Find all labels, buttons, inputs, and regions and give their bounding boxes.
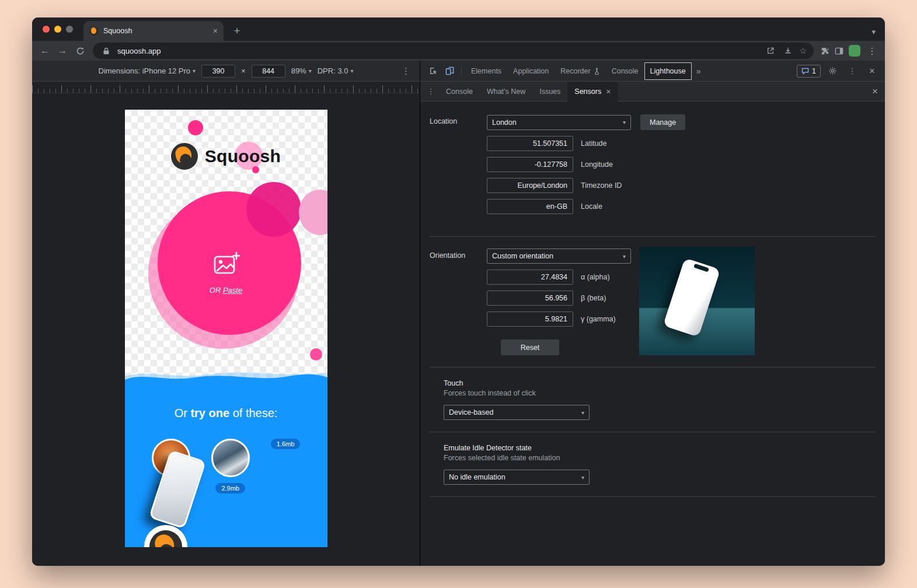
file-size-badge: 2.9mb — [215, 483, 245, 494]
extensions-puzzle-icon[interactable] — [818, 44, 831, 57]
pink-dot-decoration — [188, 120, 203, 135]
device-toolbar-kebab-icon[interactable]: ⋮ — [402, 66, 410, 76]
divider — [430, 367, 876, 368]
new-tab-button[interactable]: + — [229, 24, 245, 37]
squoosh-logo-text: Squoosh — [205, 146, 281, 166]
squoosh-logo: Squoosh — [125, 142, 327, 171]
back-icon[interactable]: ← — [37, 43, 53, 59]
demo-thumb-phone[interactable]: 1.6mb — [271, 439, 301, 494]
tab-label: Elements — [471, 67, 501, 75]
viewport-width-input[interactable] — [201, 65, 235, 78]
device-dimensions-dropdown[interactable]: Dimensions: iPhone 12 Pro ▾ — [99, 66, 196, 75]
demo-thumb-artist[interactable]: 2.9mb — [211, 439, 250, 494]
more-tabs-icon[interactable]: » — [692, 66, 706, 76]
file-size-badge: 1.6mb — [271, 439, 301, 449]
manage-button[interactable]: Manage — [640, 114, 685, 130]
or-label: OR — [210, 286, 223, 295]
close-sensors-tab-icon[interactable]: × — [606, 88, 611, 96]
minimize-window-button[interactable] — [54, 26, 61, 33]
tab-search-icon[interactable]: ▾ — [871, 27, 876, 36]
settings-gear-icon[interactable] — [824, 63, 841, 79]
tab-lighthouse[interactable]: Lighthouse — [644, 62, 692, 80]
chevron-down-icon: ▾ — [581, 474, 584, 481]
alpha-input[interactable] — [487, 270, 573, 285]
drawer-tab-console[interactable]: Console — [439, 82, 480, 102]
artist-image[interactable] — [211, 439, 250, 477]
tab-recorder[interactable]: Recorder — [555, 61, 605, 82]
viewport-height-input[interactable] — [252, 65, 285, 78]
close-devtools-icon[interactable]: × — [864, 63, 880, 79]
inspect-element-icon[interactable] — [425, 63, 441, 79]
drawer-kebab-icon[interactable]: ⋮ — [423, 83, 439, 100]
divider — [430, 236, 876, 237]
squoosh-logo-icon — [171, 143, 198, 170]
close-icon: × — [872, 86, 878, 97]
device-emulation-pane: Dimensions: iPhone 12 Pro ▾ × 89% ▾ DPR:… — [32, 61, 420, 566]
devtools-menu-kebab-icon[interactable]: ⋮ — [844, 63, 860, 79]
device-toolbar-toggle-icon[interactable] — [441, 63, 458, 79]
tab-label: Recorder — [560, 67, 590, 75]
install-app-icon[interactable] — [782, 44, 794, 57]
beta-input[interactable] — [487, 290, 573, 306]
beta-label: β (beta) — [581, 294, 606, 302]
add-image-icon[interactable] — [213, 251, 240, 277]
viewport-stage: Squoosh — [32, 93, 420, 566]
location-section: Location London ▾ Manage Latitude — [430, 114, 876, 214]
orientation-label: Orientation — [430, 249, 487, 355]
locale-input[interactable] — [487, 199, 573, 214]
drawer-tab-sensors[interactable]: Sensors × — [567, 82, 618, 102]
browser-tab[interactable]: Squoosh × — [83, 21, 224, 41]
squoosh-favicon-icon — [89, 26, 99, 36]
dpr-dropdown[interactable]: DPR: 3.0 ▾ — [318, 66, 354, 75]
tab-elements[interactable]: Elements — [465, 61, 507, 82]
drawer-tab-whats-new[interactable]: What's New — [480, 82, 532, 102]
touch-section: Touch Forces touch instead of click Devi… — [444, 379, 876, 420]
close-window-button[interactable] — [43, 26, 50, 33]
idle-select[interactable]: No idle emulation ▾ — [444, 470, 590, 485]
reload-icon[interactable] — [72, 43, 88, 59]
latitude-label: Latitude — [581, 139, 606, 148]
touch-description: Forces touch instead of click — [444, 389, 876, 397]
bookmark-star-icon[interactable]: ☆ — [799, 46, 807, 55]
latitude-input[interactable] — [487, 136, 573, 151]
logo-pink-dot — [252, 166, 259, 173]
phone-3d-model[interactable] — [663, 258, 721, 337]
profile-avatar[interactable] — [849, 45, 860, 57]
timezone-input[interactable] — [487, 178, 573, 193]
longitude-input[interactable] — [487, 157, 573, 172]
demo-thumbnails: 2.8mb 2.9mb 1.6mb — [125, 439, 327, 494]
location-select[interactable]: London ▾ — [487, 115, 631, 130]
forward-icon[interactable]: → — [54, 43, 71, 59]
idle-title: Emulate Idle Detector state — [444, 444, 876, 452]
orientation-phone-preview[interactable] — [639, 247, 755, 355]
pink-blob-top-right — [246, 182, 301, 237]
reset-button[interactable]: Reset — [501, 340, 559, 355]
pink-dot-small — [310, 348, 322, 360]
drawer-tab-issues[interactable]: Issues — [532, 82, 567, 102]
divider — [430, 432, 876, 432]
open-in-new-icon[interactable] — [764, 44, 777, 57]
tab-close-icon[interactable]: × — [213, 27, 218, 35]
pink-blob-right-edge — [299, 190, 327, 235]
close-drawer-icon[interactable]: × — [872, 86, 878, 96]
chat-bubble-icon — [801, 68, 809, 75]
paste-link[interactable]: Paste — [223, 286, 242, 295]
address-bar[interactable]: squoosh.app ☆ — [93, 43, 814, 59]
tab-application[interactable]: Application — [507, 61, 555, 82]
gamma-label: γ (gamma) — [581, 315, 616, 323]
orientation-select[interactable]: Custom orientation ▾ — [487, 249, 631, 264]
side-panel-icon[interactable] — [832, 44, 845, 57]
browser-menu-kebab-icon[interactable]: ⋮ — [864, 43, 880, 59]
touch-select[interactable]: Device-based ▾ — [444, 405, 590, 420]
main-content: Dimensions: iPhone 12 Pro ▾ × 89% ▾ DPR:… — [32, 61, 885, 566]
zoom-dropdown[interactable]: 89% ▾ — [291, 66, 312, 75]
device-dimensions-label: Dimensions: iPhone 12 Pro — [99, 66, 191, 75]
squoosh-logo-icon — [149, 530, 182, 547]
gamma-input[interactable] — [487, 312, 573, 327]
devtools-panel: Elements Application Recorder Console Li… — [420, 61, 885, 566]
blue-wave-decoration — [125, 368, 327, 384]
zoom-window-button[interactable] — [66, 26, 73, 33]
console-messages-button[interactable]: 1 — [797, 65, 821, 78]
tab-console[interactable]: Console — [606, 61, 644, 82]
chevron-down-icon: ▾ — [350, 68, 353, 74]
